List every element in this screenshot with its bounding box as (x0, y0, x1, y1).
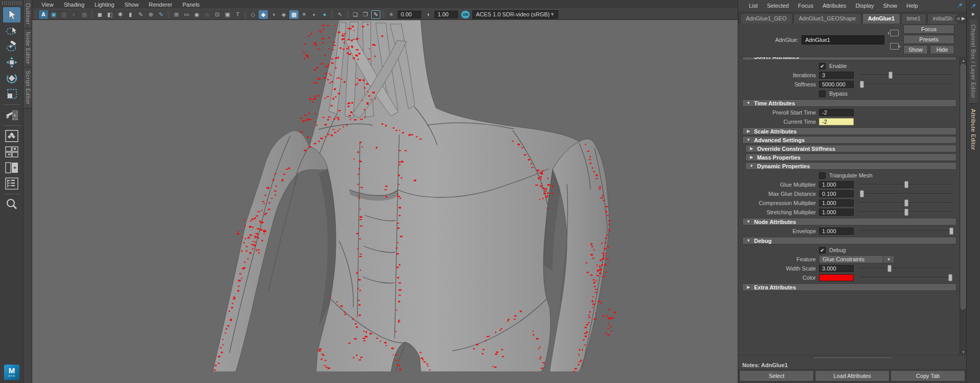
viewport-menu-lighting[interactable]: Lighting (89, 1, 120, 8)
compression-multiplier-field[interactable]: 1.000 (819, 199, 854, 207)
ae-menu-help[interactable]: Help (902, 2, 923, 10)
bypass-checkbox[interactable] (819, 91, 826, 97)
side-tab-node-editor[interactable]: Node Editor (24, 29, 32, 68)
section-header-dynamic-properties[interactable]: ▼Dynamic Properties (745, 162, 956, 170)
section-header-debug-section[interactable]: ▼Debug (742, 237, 956, 244)
viewport-menu-shading[interactable]: Shading (59, 1, 89, 8)
annotation-icon[interactable]: A (39, 10, 48, 19)
envelope-field[interactable]: 1.000 (819, 228, 854, 235)
screen-draw-icon[interactable]: ✎ (371, 10, 380, 19)
selection-highlight-icon[interactable]: ▣ (49, 10, 58, 19)
move-tool-icon[interactable] (3, 55, 20, 70)
camera-attributes-icon[interactable]: ✱ (116, 10, 125, 19)
show-button[interactable]: Show (903, 45, 928, 54)
section-header-mass-properties[interactable]: ▶Mass Properties (745, 153, 956, 161)
tab-attribute-editor[interactable]: Attribute Editor (969, 104, 977, 155)
stretching-multiplier-field[interactable]: 1.000 (819, 209, 854, 216)
pin-icon[interactable]: 📌︎ (970, 2, 977, 10)
tabs-scroll-left-icon[interactable]: ◀ (956, 16, 960, 21)
ao-icon[interactable]: ● (320, 10, 329, 19)
triangulate-mesh-checkbox[interactable] (819, 172, 826, 179)
stiffness-field[interactable]: 5000.000 (819, 81, 854, 88)
bookmark-icon[interactable]: ▮ (126, 10, 135, 19)
exposure-icon[interactable]: ✳ (386, 10, 396, 19)
feature-dropdown[interactable]: Glue Constraints (819, 255, 883, 263)
layout-single-pane-icon[interactable] (3, 128, 20, 144)
focus-button[interactable]: Focus (903, 25, 954, 34)
paste-layer-icon[interactable]: ❐ (361, 10, 370, 19)
value-slider[interactable] (860, 209, 952, 216)
ae-menu-show[interactable]: Show (878, 2, 902, 10)
slider-handle[interactable] (888, 72, 893, 79)
tab-adnglue1[interactable]: AdnGlue1 (862, 13, 900, 24)
value-slider[interactable] (860, 274, 952, 281)
viewport-3d[interactable] (32, 20, 738, 383)
field-chart-icon[interactable]: ⊡ (213, 10, 222, 19)
iterations-field[interactable]: 3 (819, 72, 854, 79)
enable-checkbox[interactable]: ✔ (819, 63, 826, 70)
film-gate-icon[interactable]: ▭ (182, 10, 191, 19)
value-slider[interactable] (860, 265, 952, 272)
shaded-cube-icon[interactable]: ◆ (259, 10, 268, 19)
expand-icon[interactable]: ▶ (972, 12, 975, 16)
chevron-down-icon[interactable]: ▼ (883, 255, 895, 263)
shadows-icon[interactable]: ◐ (310, 10, 319, 19)
attribute-scrollbar[interactable]: ▲ ▼ (960, 57, 966, 355)
paint-select-tool-icon[interactable] (3, 39, 20, 54)
width-scale-field[interactable]: 3.000 (819, 265, 854, 272)
slider-handle[interactable] (887, 265, 892, 272)
wireframe-shaded-icon[interactable]: ▥ (59, 10, 69, 19)
pan-zoom-icon[interactable]: ⊕ (146, 10, 155, 19)
tab-adnglue1_geoshape[interactable]: AdnGlue1_GEOShape (793, 13, 861, 24)
checker-icon[interactable]: ▩ (289, 10, 299, 19)
smooth-shade-icon[interactable]: ◐ (70, 10, 79, 19)
scrollbar-down-icon[interactable]: ▼ (960, 349, 967, 355)
tab-adnglue1_geo[interactable]: AdnGlue1_GEO (740, 13, 792, 24)
ae-menu-list[interactable]: List (744, 2, 762, 10)
scale-tool-icon[interactable] (3, 86, 20, 102)
max-glue-distance-field[interactable]: 0.100 (819, 190, 854, 197)
gate-mask-icon[interactable]: ◎ (202, 10, 212, 19)
safe-title-icon[interactable]: T (233, 10, 242, 19)
toolbox-grip[interactable] (2, 1, 21, 5)
grease-pencil-icon[interactable]: ✎ (136, 10, 145, 19)
viewport-menu-view[interactable]: View (36, 1, 59, 8)
safe-action-icon[interactable]: ▣ (223, 10, 232, 19)
ae-menu-selected[interactable]: Selected (762, 2, 793, 10)
section-header-override-constraint-stiffness[interactable]: ▶Override Constraint Stiffness (745, 145, 956, 152)
slider-handle[interactable] (948, 274, 952, 281)
current-time-field[interactable]: -2 (819, 118, 854, 125)
resize-grip[interactable] (815, 357, 892, 358)
value-slider[interactable] (860, 72, 952, 79)
textured-sphere-icon[interactable]: ◑ (269, 10, 278, 19)
tool-settings-icon[interactable] (3, 107, 20, 123)
tab-time1[interactable]: time1 (901, 13, 926, 24)
glue-multiplier-field[interactable]: 1.000 (819, 181, 854, 188)
copy-layer-icon[interactable]: ❏ (351, 10, 360, 19)
load-attributes-button[interactable]: Load Attributes (815, 370, 890, 381)
slider-handle[interactable] (904, 209, 908, 216)
ae-menu-display[interactable]: Display (851, 2, 878, 10)
ae-menu-focus[interactable]: Focus (793, 2, 818, 10)
pencil-icon[interactable]: ✎ (156, 10, 166, 19)
camera-lock-icon[interactable]: ◧ (105, 10, 115, 19)
value-slider[interactable] (860, 228, 952, 235)
tabs-scroll-right-icon[interactable]: ▶ (962, 16, 965, 21)
value-slider[interactable] (860, 190, 952, 197)
textured-icon[interactable]: ▩ (80, 10, 89, 19)
slider-handle[interactable] (949, 228, 953, 235)
lights-icon[interactable]: ☀ (300, 10, 309, 19)
camera-icon[interactable]: ◼ (95, 10, 104, 19)
slider-handle[interactable] (904, 199, 908, 207)
contrast-icon[interactable]: ◑ (423, 10, 432, 19)
viewport-menu-panels[interactable]: Panels (177, 1, 205, 8)
scrollbar-up-icon[interactable]: ▲ (960, 57, 967, 63)
node-name-field[interactable]: AdnGlue1 (802, 35, 884, 44)
xray-cube-icon[interactable]: ◈ (279, 10, 288, 19)
side-tab-outliner[interactable]: Outliner (24, 0, 32, 29)
color-swatch[interactable] (819, 274, 854, 281)
scrollbar-thumb[interactable] (961, 64, 966, 309)
select-button[interactable]: Select (739, 370, 814, 381)
section-header-advanced-settings[interactable]: ▼Advanced Settings (742, 136, 956, 144)
layout-outliner-persp-icon[interactable] (3, 176, 20, 191)
